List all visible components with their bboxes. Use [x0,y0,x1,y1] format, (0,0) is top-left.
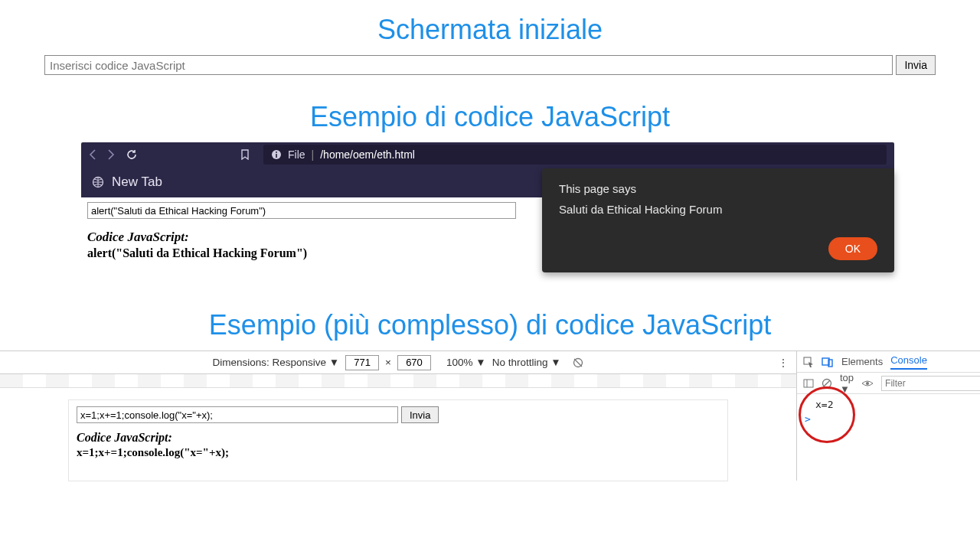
device-viewport: Invia Codice JavaScript: x=1;x+=1;consol… [0,388,796,481]
reload-icon[interactable] [126,148,138,161]
inspect-icon[interactable] [803,357,814,367]
rotate-icon[interactable] [572,357,584,369]
devtools-tabstrip: Elements Console [797,351,980,373]
globe-icon [92,176,104,188]
more-icon[interactable]: ⋮ [778,357,789,369]
browser-toolbar: File | /home/oem/eth.html [81,142,894,167]
svg-rect-9 [804,380,813,387]
back-icon[interactable] [89,149,96,160]
address-scheme: File [288,148,305,161]
alert-message: Saluti da Ethical Hacking Forum [559,203,877,216]
tab-console[interactable]: Console [890,354,927,370]
console-toolbar: top ▼ [797,373,980,394]
device-toolbar: Dimensions: Responsive ▼ × 100% ▼ No thr… [0,351,796,374]
devtools-panel: Dimensions: Responsive ▼ × 100% ▼ No thr… [0,350,980,481]
address-bar[interactable]: File | /home/oem/eth.html [263,145,887,165]
alert-title: This page says [559,182,877,195]
js-input-initial[interactable] [44,55,893,75]
clear-console-icon[interactable] [822,378,832,389]
console-body: x=2 > [797,394,980,429]
heading-initial: Schermata iniziale [0,14,980,46]
dim-x: × [385,357,391,368]
bookmark-icon[interactable] [240,149,250,160]
address-separator: | [312,148,315,161]
address-path: /home/oem/eth.html [320,148,415,161]
svg-line-12 [824,380,830,386]
console-output-line: x=2 [805,399,972,410]
context-select[interactable]: top ▼ [840,372,854,395]
svg-rect-2 [276,152,277,153]
heading-example2: Esempio (più complesso) di codice JavaSc… [0,309,980,341]
tab-elements[interactable]: Elements [841,356,883,367]
js-input-page1[interactable] [87,202,516,219]
forward-icon[interactable] [107,149,115,160]
heading-example1: Esempio di codice JavaScript [0,101,980,133]
form-row-initial: Invia [0,55,980,87]
code-line-2: x=1;x+=1;console.log("x="+x); [77,446,720,459]
filter-input[interactable] [881,376,980,391]
devtools-left: Dimensions: Responsive ▼ × 100% ▼ No thr… [0,351,796,481]
tab-label[interactable]: New Tab [112,174,162,190]
console-prompt[interactable]: > [805,413,972,425]
ruler-stripe [0,374,796,388]
page-form-row [87,202,516,219]
alert-ok-button[interactable]: OK [828,237,877,260]
height-input[interactable] [397,355,431,370]
mini-page: Invia Codice JavaScript: x=1;x+=1;consol… [69,400,727,481]
device-toggle-icon[interactable] [822,357,834,367]
width-input[interactable] [345,355,379,370]
devtools-right: Elements Console top ▼ x=2 > [796,351,980,481]
dimensions-label[interactable]: Dimensions: Responsive ▼ [212,357,339,368]
svg-point-13 [866,382,869,385]
js-alert-dialog: This page says Saluti da Ethical Hacking… [542,168,894,272]
browser-mock: File | /home/oem/eth.html New Tab Codice… [81,142,894,271]
throttling-select[interactable]: No throttling ▼ [492,357,561,368]
info-icon [271,149,282,160]
zoom-select[interactable]: 100% ▼ [446,357,486,368]
code-label-2: Codice JavaScript: [77,431,720,445]
eye-icon[interactable] [861,379,874,388]
submit-button-page2[interactable]: Invia [401,406,439,423]
svg-rect-1 [276,154,277,158]
submit-button-initial[interactable]: Invia [896,55,936,75]
sidebar-toggle-icon[interactable] [803,379,814,388]
js-input-page2[interactable] [77,406,398,423]
